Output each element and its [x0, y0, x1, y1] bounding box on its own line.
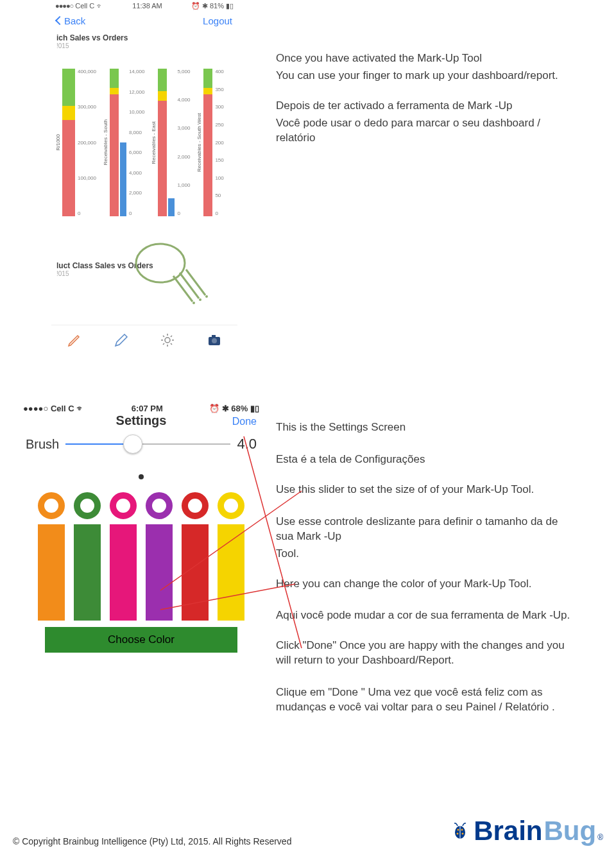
svg-point-16 [462, 833, 464, 835]
color-ring-yellow[interactable] [218, 492, 244, 519]
chart-sub-1: !015 [51, 42, 237, 52]
instruction-slider: Use this slider to set the size of of yo… [276, 483, 578, 562]
color-pillar-green[interactable] [74, 524, 101, 621]
svg-point-3 [205, 295, 208, 298]
brush-value: 4.0 [237, 436, 257, 452]
axis-label: R/1000 [55, 134, 61, 151]
instruction-block-1: Once you have activated the Mark-Up Tool… [276, 51, 578, 83]
instruction-done: Click "Done" Once you are happy with the… [276, 639, 578, 715]
axis-label: Receivables - East [151, 121, 157, 164]
color-pillar-pink[interactable] [110, 524, 137, 621]
svg-point-13 [458, 829, 459, 831]
nav-bar: Back Logout [51, 12, 237, 30]
svg-rect-7 [212, 335, 216, 337]
brush-label: Brush [26, 437, 59, 452]
brush-preview-dot [139, 474, 144, 479]
instruction-block-1-pt: Depois de ter activado a ferramenta de M… [276, 99, 578, 146]
done-button[interactable]: Done [232, 416, 257, 427]
brush-slider[interactable] [65, 443, 230, 445]
color-swatches [19, 486, 263, 623]
svg-point-6 [212, 338, 217, 343]
color-pillar-orange[interactable] [38, 524, 65, 621]
color-ring-red[interactable] [182, 492, 209, 519]
color-ring-purple[interactable] [146, 492, 173, 519]
color-ring-green[interactable] [74, 492, 101, 519]
axis-label: Receivables - South West [196, 113, 202, 172]
choose-color-button[interactable]: Choose Color [45, 627, 237, 653]
copyright-text: © Copyright Brainbug Intelligence (Pty) … [13, 836, 291, 846]
instruction-color: Here you can change the color of your Ma… [276, 577, 578, 624]
chevron-left-icon [55, 16, 64, 25]
phone-screenshot-settings: ●●●●○ Cell C ᯤ 6:07 PM ⏰ ✱ 68% ▮▯ Settin… [19, 402, 263, 653]
svg-point-2 [199, 298, 201, 301]
chart-title-2: luct Class Sales vs Orders [51, 257, 237, 270]
color-pillar-yellow[interactable] [218, 524, 244, 621]
brush-slider-row: Brush 4.0 [19, 428, 263, 455]
color-ring-orange[interactable] [38, 492, 65, 519]
status-bar: ●●●●○ Cell C ᯤ 11:38 AM ⏰ ✱ 81% ▮▯ [51, 0, 237, 12]
pen-icon[interactable] [67, 332, 82, 350]
svg-point-15 [457, 833, 459, 835]
svg-point-1 [193, 302, 195, 304]
logout-button[interactable]: Logout [203, 15, 232, 26]
wifi-icon: ᯤ [96, 2, 103, 10]
gear-icon[interactable] [160, 332, 175, 350]
svg-point-14 [461, 829, 463, 831]
charts-row: R/1000 400,000300,000200,000100,0000 Rec… [51, 52, 237, 219]
color-ring-pink[interactable] [110, 492, 137, 519]
status-bar-2: ●●●●○ Cell C ᯤ 6:07 PM ⏰ ✱ 68% ▮▯ [19, 402, 263, 415]
phone-screenshot-markup: ●●●●○ Cell C ᯤ 11:38 AM ⏰ ✱ 81% ▮▯ Back … [51, 0, 237, 357]
color-pillar-red[interactable] [182, 524, 209, 621]
highlighter-icon[interactable] [114, 332, 129, 350]
brainbug-logo: BrainBug® [450, 816, 603, 846]
instruction-settings: This is the Settings Screen Esta é a tel… [276, 420, 578, 467]
camera-icon[interactable] [207, 332, 222, 350]
bug-icon [450, 821, 470, 840]
slider-thumb[interactable] [123, 434, 142, 454]
svg-point-4 [165, 338, 170, 343]
axis-label: Receivables - South [103, 119, 108, 166]
markup-toolbar [51, 325, 237, 357]
back-button[interactable]: Back [56, 15, 85, 26]
chart-title-1: ich Sales vs Orders [51, 30, 237, 42]
chart-sub-2: !015 [51, 270, 237, 280]
settings-title: Settings [19, 413, 263, 428]
color-pillar-purple[interactable] [146, 524, 173, 621]
